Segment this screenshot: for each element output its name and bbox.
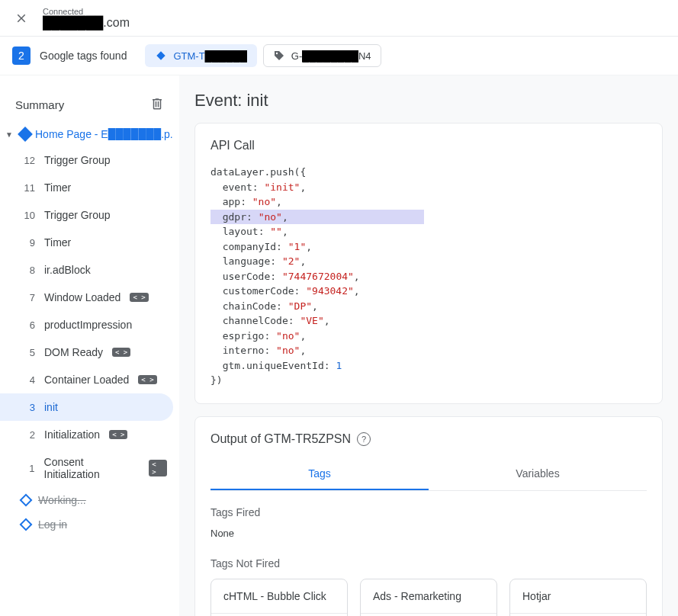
event-name: Container Loaded	[44, 374, 129, 386]
tag-card[interactable]: Ads - RemarketingGoogle Ads Remarketing …	[360, 579, 497, 617]
chevron-down-icon: ▼	[3, 130, 15, 139]
code-badge-icon: < >	[149, 460, 167, 476]
code-badge-icon: < >	[138, 375, 156, 384]
event-item[interactable]: 10Trigger Group	[0, 201, 173, 229]
working-label: Working...	[38, 494, 86, 506]
tags-fired-section: Tags Fired None Tags Not Fired cHTML - B…	[210, 491, 647, 617]
event-number: 3	[21, 402, 35, 413]
connection-domain: ███████.com	[43, 16, 130, 30]
sidebar: Summary ▼ Home Page - E███████.p. 12Trig…	[0, 75, 179, 616]
event-name: init	[44, 401, 58, 413]
connected-label: Connected	[43, 7, 130, 16]
event-number: 2	[21, 429, 35, 441]
tags-found-label: Google tags found	[40, 50, 127, 62]
event-item[interactable]: 7Window Loaded< >	[0, 284, 173, 311]
tags-not-fired-label: Tags Not Fired	[210, 557, 647, 569]
tag-card-title: Hotjar	[510, 579, 646, 613]
event-name: Trigger Group	[44, 209, 111, 221]
event-item[interactable]: 9Timer	[0, 229, 173, 256]
event-number: 4	[21, 374, 35, 386]
event-item[interactable]: 8ir.adBlock	[0, 256, 173, 284]
event-item[interactable]: 4Container Loaded< >	[0, 366, 173, 393]
tag-card-title: Ads - Remarketing	[361, 579, 496, 613]
api-call-code: dataLayer.push({ event: "init", app: "no…	[210, 165, 647, 388]
header-bar: Connected ███████.com	[0, 0, 678, 37]
tags-bar: 2 Google tags found GTM-T██████ G-██████…	[0, 37, 678, 75]
page-label: Home Page - E███████.p.	[35, 128, 176, 140]
event-name: Window Loaded	[44, 291, 120, 303]
summary-label: Summary	[15, 98, 64, 111]
tag-card[interactable]: HotjarHotjar Tracking Code	[509, 579, 647, 617]
tab-variables[interactable]: Variables	[429, 458, 647, 490]
diamond-icon	[20, 518, 33, 531]
diamond-icon	[155, 50, 167, 62]
event-number: 5	[21, 347, 35, 358]
diamond-icon	[20, 494, 33, 507]
clear-icon[interactable]	[150, 97, 164, 113]
tag-card-subtitle: Custom HTML	[211, 613, 347, 617]
event-item[interactable]: 3init	[0, 393, 173, 421]
page-row-working[interactable]: Working...	[0, 488, 179, 512]
event-item[interactable]: 11Timer	[0, 174, 173, 201]
event-name: ir.adBlock	[44, 264, 91, 276]
output-heading: Output of GTM-TR5ZPSN ?	[210, 432, 647, 446]
event-name: Initialization	[44, 428, 100, 441]
event-name: productImpression	[44, 319, 132, 331]
tag-card-title: cHTML - Bubble Click	[211, 579, 347, 613]
code-badge-icon: < >	[130, 293, 148, 302]
summary-row[interactable]: Summary	[0, 88, 179, 122]
login-label: Log in	[38, 518, 67, 531]
diamond-icon	[18, 127, 33, 142]
api-call-heading: API Call	[210, 139, 647, 152]
tag-card-subtitle: Google Ads Remarketing - Paused	[361, 613, 496, 617]
tab-tags[interactable]: Tags	[210, 458, 429, 490]
help-icon[interactable]: ?	[357, 432, 371, 446]
code-badge-icon: < >	[109, 430, 127, 439]
svg-point-1	[276, 53, 278, 54]
event-name: Timer	[44, 236, 71, 249]
page-row-home[interactable]: ▼ Home Page - E███████.p.	[0, 122, 179, 146]
event-number: 12	[21, 155, 35, 166]
svg-rect-0	[157, 51, 165, 59]
event-number: 1	[21, 463, 35, 474]
event-title: Event: init	[194, 91, 663, 111]
tag-card-subtitle: Hotjar Tracking Code	[510, 613, 646, 617]
tags-count-badge: 2	[12, 47, 31, 65]
event-number: 11	[21, 182, 35, 194]
tag-card[interactable]: cHTML - Bubble ClickCustom HTML	[210, 579, 348, 617]
api-call-card: API Call dataLayer.push({ event: "init",…	[194, 123, 663, 404]
tag-cards: cHTML - Bubble ClickCustom HTMLAds - Rem…	[210, 579, 647, 617]
connection-info: Connected ███████.com	[43, 7, 130, 30]
event-name: Timer	[44, 181, 71, 194]
none-text: None	[210, 528, 647, 539]
event-item[interactable]: 12Trigger Group	[0, 146, 173, 174]
event-number: 10	[21, 210, 35, 221]
code-badge-icon: < >	[112, 348, 130, 357]
chip-gtm[interactable]: GTM-T██████	[145, 44, 256, 67]
event-number: 7	[21, 292, 35, 303]
close-icon[interactable]	[12, 9, 31, 27]
event-item[interactable]: 5DOM Ready< >	[0, 338, 173, 366]
tag-icon	[273, 50, 285, 62]
event-name: Consent Initialization	[44, 456, 140, 480]
event-name: DOM Ready	[44, 346, 103, 358]
event-item[interactable]: 2Initialization< >	[0, 421, 173, 448]
tags-fired-label: Tags Fired	[210, 506, 647, 518]
event-item[interactable]: 1Consent Initialization< >	[0, 448, 173, 488]
event-number: 6	[21, 319, 35, 331]
page-row-login[interactable]: Log in	[0, 512, 179, 537]
event-name: Trigger Group	[44, 154, 111, 166]
event-list: 12Trigger Group11Timer10Trigger Group9Ti…	[0, 146, 179, 488]
chip-ga4[interactable]: G-████████N4	[263, 44, 381, 67]
main-content: Event: init API Call dataLayer.push({ ev…	[179, 75, 678, 616]
output-card: Output of GTM-TR5ZPSN ? Tags Variables T…	[194, 416, 663, 617]
event-number: 8	[21, 265, 35, 276]
output-tabs: Tags Variables	[210, 458, 647, 491]
event-item[interactable]: 6productImpression	[0, 311, 173, 338]
event-number: 9	[21, 237, 35, 249]
